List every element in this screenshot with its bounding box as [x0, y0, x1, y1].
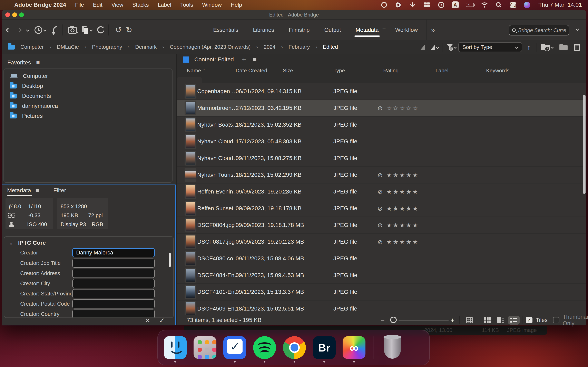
file-thumbnail[interactable]: [185, 268, 196, 283]
apply-metadata-button[interactable]: ✓: [159, 317, 165, 325]
sidebar-item-pictures[interactable]: Pictures: [4, 111, 172, 121]
section-collapse-chevron-icon[interactable]: ⌄: [9, 240, 13, 246]
menu-window[interactable]: Window: [202, 2, 222, 8]
redo-icon[interactable]: ↻: [126, 20, 132, 40]
dock-item-launchpad[interactable]: [193, 332, 217, 363]
table-row[interactable]: Nyhavn Cloud… 09/11/2023, 15.08… 275 KB …: [177, 150, 586, 166]
creator-city-input[interactable]: [72, 279, 155, 288]
file-thumbnail[interactable]: [185, 285, 196, 299]
table-row[interactable]: DSCF4509-En… 18/11/2023, 15.02… 5.51 MB …: [177, 300, 586, 315]
sidebar-item-desktop[interactable]: Desktop: [4, 81, 172, 91]
recent-files-icon[interactable]: [540, 43, 551, 52]
dock-item-spotify[interactable]: [252, 332, 277, 363]
column-type[interactable]: Type: [333, 67, 345, 74]
tab-workflow[interactable]: Workflow: [388, 20, 425, 40]
lotus-app-icon[interactable]: [409, 2, 416, 8]
file-thumbnail[interactable]: [185, 184, 196, 199]
dock-item-chrome[interactable]: [282, 332, 306, 363]
creator-input[interactable]: [72, 248, 155, 257]
creative-cloud-icon[interactable]: [380, 2, 388, 8]
import-from-camera-icon[interactable]: [68, 20, 78, 40]
search-options-chevron[interactable]: [576, 27, 579, 31]
detail-view-button[interactable]: [495, 316, 507, 325]
menu-tools[interactable]: Tools: [180, 2, 193, 8]
column-label[interactable]: Label: [435, 67, 449, 74]
file-thumbnail[interactable]: [185, 84, 196, 99]
table-row-selected[interactable]: Marmorbroen… 27/12/2023, 03.42… 195 KB J…: [177, 100, 586, 116]
tab-filmstrip[interactable]: Filmstrip: [282, 20, 317, 40]
tab-metadata-panel[interactable]: Metadata: [2, 187, 31, 194]
filter-icon[interactable]: [446, 43, 454, 52]
crumb-dmlacie[interactable]: DMLaCie: [57, 44, 79, 50]
sidebar-item-documents[interactable]: Documents: [4, 91, 172, 101]
back-button[interactable]: [7, 20, 10, 40]
file-thumbnail[interactable]: [185, 301, 196, 315]
tab-libraries[interactable]: Libraries: [246, 20, 282, 40]
new-folder-icon[interactable]: [559, 43, 568, 51]
thumbnail-view-button[interactable]: [482, 316, 493, 325]
menu-edit[interactable]: Edit: [93, 2, 103, 8]
table-row[interactable]: Copenhagen … 06/01/2024, 09.14… 315 KB J…: [177, 83, 586, 100]
creator-address-input[interactable]: [72, 269, 155, 278]
crumb-photography[interactable]: Photography: [92, 44, 122, 50]
sort-select[interactable]: Sort by Type: [458, 42, 522, 52]
tabs-overflow-chevrons[interactable]: »: [431, 20, 435, 40]
file-thumbnail[interactable]: [185, 167, 196, 182]
table-row[interactable]: Nyhavn Touris… 18/11/2023, 15.02… 299 KB…: [177, 167, 586, 183]
copy-files-chevron[interactable]: [90, 20, 92, 40]
file-thumbnail[interactable]: [185, 201, 196, 216]
play-app-icon[interactable]: [438, 2, 445, 8]
search-input[interactable]: [518, 27, 566, 33]
grid-view-button[interactable]: [464, 316, 475, 325]
delete-trash-icon[interactable]: [573, 43, 581, 52]
file-thumbnail[interactable]: [185, 151, 196, 166]
creator-postal-code-input[interactable]: [72, 299, 155, 309]
crumb-denmark[interactable]: Denmark: [135, 44, 156, 50]
sidebar-item-computer[interactable]: Computer: [4, 71, 172, 81]
dock-item-finder[interactable]: [163, 332, 187, 363]
menu-help[interactable]: Help: [231, 2, 242, 8]
record-app-icon[interactable]: [395, 2, 402, 8]
creator-job-title-input[interactable]: [72, 259, 155, 268]
table-row[interactable]: DSCF0817.jpg 09/09/2023, 19.20… 2.23 MB …: [177, 234, 586, 250]
filter-chevron[interactable]: [453, 45, 457, 49]
file-thumbnail[interactable]: [185, 218, 196, 233]
zoom-slider-track[interactable]: [398, 320, 449, 320]
table-row[interactable]: Reffen Evenin… 09/09/2023, 19.20… 236 KB…: [177, 184, 586, 200]
control-center-icon[interactable]: [509, 2, 517, 8]
file-rating[interactable]: ⊘ ★★★★★: [378, 222, 419, 229]
sidebar-item-home[interactable]: dannymaiorca: [4, 101, 172, 111]
file-rating[interactable]: ⊘ ★★★★★: [378, 171, 419, 179]
spotlight-icon[interactable]: [495, 2, 502, 8]
table-row[interactable]: DSCF4080 co… 09/11/2023, 15.08… 4.06 MB …: [177, 250, 586, 267]
metadata-panel-menu-icon[interactable]: ≡: [35, 187, 39, 194]
add-content-tab-icon[interactable]: +: [242, 56, 246, 64]
file-thumbnail[interactable]: [185, 234, 196, 249]
file-thumbnail[interactable]: [185, 101, 196, 115]
app-menu-title[interactable]: Adobe Bridge 2024: [14, 2, 66, 8]
file-rating[interactable]: ⊘ ★★★★★: [378, 188, 419, 195]
content-scrollbar-thumb[interactable]: [583, 95, 586, 194]
table-row[interactable]: Nyhavn Cloud… 17/12/2023, 05.48… 303 KB …: [177, 133, 586, 150]
menu-view[interactable]: View: [112, 2, 123, 8]
dock-item-creative-cloud[interactable]: [342, 332, 366, 363]
sort-ascending-icon[interactable]: ↑: [527, 43, 530, 51]
forward-button[interactable]: [17, 20, 21, 40]
tab-filter-panel[interactable]: Filter: [48, 187, 66, 194]
file-thumbnail[interactable]: [185, 251, 196, 266]
copy-files-icon[interactable]: [81, 20, 89, 40]
table-row[interactable]: Reffen Sunset.… 09/09/2023, 19.18… 178 K…: [177, 200, 586, 217]
dock-item-trash[interactable]: [380, 332, 405, 363]
crumb-february[interactable]: February: [288, 44, 310, 50]
tab-metadata[interactable]: Metadata: [348, 20, 386, 40]
thumbnails-only-checkbox[interactable]: [553, 317, 559, 323]
iptc-scrollbar-thumb[interactable]: [169, 253, 171, 267]
column-rating[interactable]: Rating: [383, 67, 398, 74]
window-titlebar[interactable]: Edited - Adobe Bridge: [2, 10, 586, 20]
creator-state-input[interactable]: [72, 289, 155, 298]
wifi-icon[interactable]: [481, 2, 488, 8]
table-row[interactable]: DSCF4101-En… 09/11/2023, 15.13… 3.37 MB …: [177, 284, 586, 300]
dock-item-bridge[interactable]: Br: [312, 332, 336, 363]
stacks-app-icon[interactable]: [423, 2, 431, 8]
thumbnails-only-label[interactable]: Thumbnails Only: [563, 314, 588, 327]
